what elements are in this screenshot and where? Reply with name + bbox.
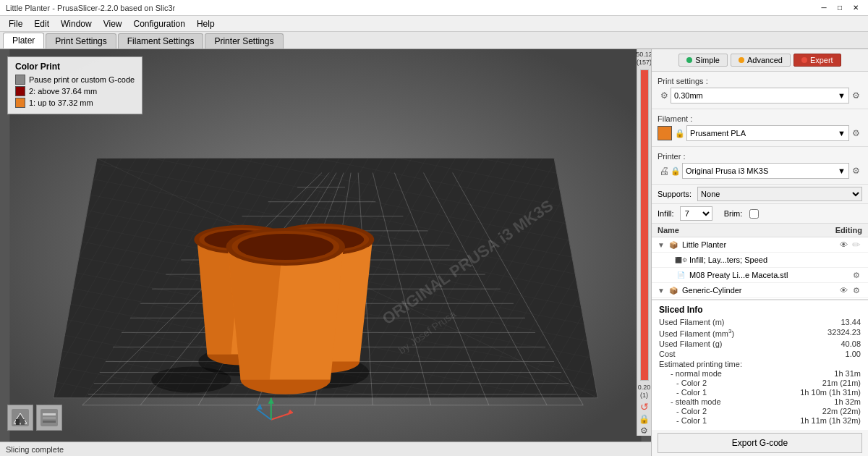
est-time-label: Estimated printing time:: [659, 360, 742, 368]
maximize-button[interactable]: □: [833, 1, 846, 14]
print-settings-icon[interactable]: ⚙: [658, 89, 671, 102]
right-sidebar: Simple Advanced Expert Print settings : …: [651, 49, 868, 456]
supports-label: Supports:: [658, 190, 692, 198]
close-button[interactable]: ✕: [849, 1, 862, 14]
status-text: Slicing complete: [6, 445, 64, 454]
filament-dropdown-icon: ▼: [838, 129, 846, 138]
title-bar: Little Planter - PrusaSlicer-2.2.0 based…: [0, 0, 868, 16]
normal-mode-row: - normal mode 1h 31m: [659, 369, 861, 378]
menu-configuration[interactable]: Configuration: [128, 17, 191, 30]
stealth-mode-value: 1h 32m: [834, 397, 861, 406]
eye-icon-cylinder[interactable]: 👁: [838, 284, 849, 296]
view-slices-button[interactable]: [36, 405, 62, 431]
mode-expert-button[interactable]: Expert: [793, 54, 841, 67]
menu-window[interactable]: Window: [55, 17, 98, 30]
infill-row: Infill: 7 15 20 Brim:: [652, 204, 868, 224]
svg-rect-63: [16, 419, 20, 425]
infill-label: Infill:: [658, 209, 674, 218]
supports-select[interactable]: None Support on build plate only Everywh…: [697, 187, 862, 201]
expand-cylinder[interactable]: ▼: [658, 287, 668, 295]
eye-icon-little-planter[interactable]: 👁: [838, 239, 849, 250]
color2-stealth-value: 22m (22m): [822, 407, 861, 415]
tab-print-settings[interactable]: Print Settings: [46, 33, 116, 48]
color1-stealth-label: - Color 1: [659, 416, 707, 425]
modifier-icon-1: ⬛⚙: [675, 254, 686, 266]
infill-select[interactable]: 7 15 20: [680, 206, 712, 221]
printer-select[interactable]: Original Prusa i3 MK3S ▼: [682, 163, 849, 179]
view-3d-button[interactable]: [7, 405, 33, 431]
window-controls: ─ □ ✕: [817, 1, 862, 14]
color2-normal-row: - Color 2 21m (21m): [659, 379, 861, 387]
info-row-cost: Cost 1.00: [659, 350, 861, 358]
ruler-settings-icon[interactable]: ⚙: [640, 426, 648, 436]
print-settings-select-row: ⚙ 0.30mm ▼ ⚙: [658, 88, 862, 104]
print-settings-value: 0.30mm: [674, 91, 838, 100]
est-time-label-row: Estimated printing time:: [659, 360, 861, 368]
print-settings-dropdown-icon: ▼: [838, 91, 846, 100]
tree-name-modifier-1: Infill; Lay...ters; Speed: [689, 256, 862, 264]
ruler-bar[interactable]: [640, 69, 649, 381]
filament-mm3-value: 32324.23: [827, 328, 861, 338]
mode-expert-label: Expert: [810, 56, 833, 64]
filament-value: Prusament PLA: [690, 129, 838, 138]
normal-mode-value: 1h 31m: [834, 369, 861, 378]
menu-help[interactable]: Help: [191, 17, 221, 30]
height-ruler: 50.12 (157) 0.20 (1) ↺ 🔒 ⚙: [637, 49, 651, 436]
expand-little-planter[interactable]: ▼: [658, 241, 668, 249]
filament-m-value: 13.44: [841, 318, 861, 326]
mode-advanced-label: Advanced: [747, 56, 783, 64]
viewport-area[interactable]: Color Print Pause print or custom G-code…: [0, 49, 651, 456]
legend-item-pause: Pause print or custom G-code: [15, 75, 135, 85]
info-row-filament-g: Used Filament (g) 40.08: [659, 339, 861, 348]
filament-label-row: Filament :: [658, 114, 862, 123]
printer-gear-icon[interactable]: ⚙: [849, 164, 862, 177]
brim-checkbox[interactable]: [749, 209, 759, 219]
color1-normal-value: 1h 10m (1h 31m): [800, 388, 861, 397]
filament-select-row: 🔒 Prusament PLA ▼ ⚙: [658, 125, 862, 141]
export-gcode-button[interactable]: Export G-code: [658, 433, 862, 453]
legend-item-color1: 1: up to 37.32 mm: [15, 98, 135, 108]
filament-color-swatch[interactable]: [658, 126, 672, 140]
tab-plater[interactable]: Plater: [3, 33, 44, 48]
color1-normal-row: - Color 1 1h 10m (1h 31m): [659, 388, 861, 397]
nav-controls: [7, 405, 62, 431]
filament-g-label: Used Filament (g): [659, 339, 722, 348]
gear-icon-file-1[interactable]: ⚙: [851, 269, 862, 281]
ruler-arrow-icon[interactable]: ↺: [640, 401, 649, 413]
tree-col-editing: Editing: [819, 226, 862, 235]
object-icon-little-planter: 📦: [668, 239, 679, 250]
legend-swatch-color2: [15, 86, 25, 96]
menu-file[interactable]: File: [3, 17, 28, 30]
print-settings-gear-icon[interactable]: ⚙: [849, 89, 862, 102]
filament-select[interactable]: Prusament PLA ▼: [686, 125, 849, 141]
ruler-bottom-value: 0.20 (1): [638, 382, 651, 401]
legend-label-color2: 2: above 37.64 mm: [29, 87, 97, 96]
printer-dropdown-icon: ▼: [838, 166, 846, 175]
menu-edit[interactable]: Edit: [28, 17, 55, 30]
color1-stealth-row: - Color 1 1h 11m (1h 32m): [659, 416, 861, 425]
tree-item-cylinder[interactable]: ▼ 📦 Generic-Cylinder 👁 ⚙: [652, 283, 868, 298]
legend-label-pause: Pause print or custom G-code: [29, 75, 135, 84]
filament-gear-icon[interactable]: ⚙: [849, 127, 862, 140]
ruler-lock-icon[interactable]: 🔒: [639, 414, 650, 424]
filament-section: Filament : 🔒 Prusament PLA ▼ ⚙: [652, 109, 868, 147]
edit-icon-little-planter[interactable]: ✏: [851, 239, 862, 250]
color-legend: Color Print Pause print or custom G-code…: [7, 56, 142, 114]
info-row-filament-m: Used Filament (m) 13.44: [659, 318, 861, 326]
normal-mode-label: - normal mode: [659, 369, 722, 378]
gear-icon-cylinder[interactable]: ⚙: [851, 284, 862, 296]
stealth-mode-label: - stealth mode: [659, 397, 721, 406]
print-settings-select[interactable]: 0.30mm ▼: [671, 88, 849, 104]
cost-label: Cost: [659, 350, 676, 358]
tree-item-modifier-1[interactable]: ⬛⚙ Infill; Lay...ters; Speed: [652, 253, 868, 268]
tree-item-little-planter[interactable]: ▼ 📦 Little Planter 👁 ✏: [652, 237, 868, 253]
tree-item-file-1[interactable]: 📄 M08 Preaty Li...e Maceta.stl ⚙: [652, 268, 868, 283]
menu-view[interactable]: View: [98, 17, 128, 30]
tree-actions-file-1: ⚙: [851, 269, 862, 281]
tab-filament-settings[interactable]: Filament Settings: [118, 33, 204, 48]
tab-printer-settings[interactable]: Printer Settings: [205, 33, 283, 48]
filament-lock-icon: 🔒: [675, 129, 685, 138]
mode-advanced-button[interactable]: Advanced: [731, 54, 791, 67]
minimize-button[interactable]: ─: [817, 1, 830, 14]
mode-simple-button[interactable]: Simple: [678, 54, 728, 67]
